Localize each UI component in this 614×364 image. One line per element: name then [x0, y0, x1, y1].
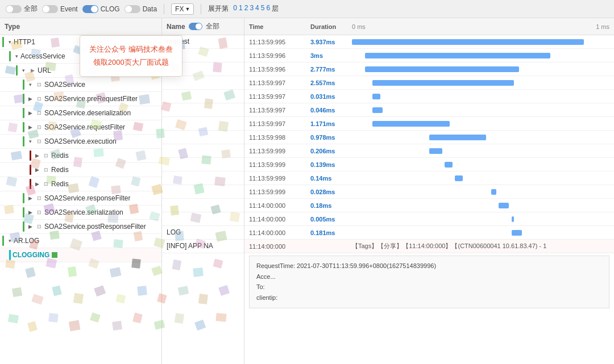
row-redis1[interactable]: ▶ ⊡ Redis: [0, 149, 161, 163]
timing-bar-soa2service: [352, 80, 609, 86]
expand-requestFilter[interactable]: ▶: [26, 123, 34, 131]
type-soa2service: SOA2Service: [44, 81, 85, 89]
row-postResponseFilter[interactable]: ▶ ⊡ SOA2Service.postResponseFilter: [0, 220, 161, 234]
duration-header: Duration: [310, 23, 347, 30]
popup-line2: 领取2000页大厂面试题: [89, 56, 173, 69]
name-toggle-label: 全部: [206, 22, 219, 31]
type-redis2: Redis: [51, 166, 69, 174]
expand-preRequestFilter[interactable]: ▶: [26, 95, 34, 103]
expand-soa2service[interactable]: ▾: [26, 81, 34, 89]
detail-line-2: Acce...: [256, 271, 602, 282]
bar-header: 0 ms 1 ms: [352, 23, 609, 30]
color-bar: [30, 179, 31, 189]
layer-link-5[interactable]: 5: [261, 4, 265, 14]
layer-link-6[interactable]: 6: [266, 4, 270, 14]
layer-suffix: 层: [272, 4, 279, 14]
timing-1ms: 1 ms: [596, 23, 609, 30]
type-responseFilter: SOA2Service.responseFilter: [44, 194, 130, 202]
row-deserialization[interactable]: ▶ ⊡ SOA2Service.deserialization: [0, 106, 161, 120]
type-clogging: CLOGGING: [13, 251, 49, 259]
layer-link-0[interactable]: 0: [233, 4, 237, 14]
expand-redis3[interactable]: ▶: [33, 180, 41, 188]
name-deserialization: [162, 103, 244, 117]
layer-link-3[interactable]: 3: [250, 4, 254, 14]
row-responseFilter[interactable]: ▶ ⊡ SOA2Service.responseFilter: [0, 191, 161, 206]
timing-row-http1: 11:13:59:995 3.937ms: [244, 35, 614, 49]
type-icon-redis1: ⊡: [42, 152, 50, 160]
timing-row-requestFilter: 11:13:59:997 1.171ms: [244, 117, 614, 131]
layer-links: 0 1 2 3 4 5 6 层: [233, 4, 279, 14]
expand-serialization[interactable]: ▶: [26, 208, 34, 216]
expand-execution[interactable]: ▾: [26, 137, 34, 145]
name-arlog: LOG: [162, 226, 244, 240]
layer-link-1[interactable]: 1: [239, 4, 243, 14]
type-redis3: Redis: [51, 180, 69, 188]
type-serialization: SOA2Service.serialization: [44, 208, 123, 216]
row-redis3[interactable]: ▶ ⊡ Redis: [0, 177, 161, 191]
expand-postResponseFilter[interactable]: ▶: [26, 223, 34, 231]
timing-row-redis3: 11:13:59:999 0.14ms: [244, 171, 614, 185]
type-redis1: Redis: [51, 152, 69, 160]
expand-responseFilter[interactable]: ▶: [26, 194, 34, 202]
timing-bar-execution: [352, 134, 609, 141]
row-arlog[interactable]: ▾ AR.LOG: [0, 234, 161, 248]
timing-bar-postResponseFilter: [352, 216, 609, 223]
expand-arlog[interactable]: ▾: [6, 237, 14, 245]
name-serialization: [162, 199, 244, 212]
color-bar: [23, 221, 24, 232]
name-requestFilter: [162, 117, 244, 131]
toggle-data-track[interactable]: [125, 5, 140, 13]
expand-http1[interactable]: ▾: [6, 38, 14, 46]
toggle-all[interactable]: 全部: [6, 4, 38, 14]
name-toggle-switch[interactable]: [189, 23, 202, 30]
type-icon-redis3: ⊡: [42, 180, 50, 188]
timing-row-redis1: 11:13:59:999 0.206ms: [244, 144, 614, 158]
type-icon-url: ▶: [28, 66, 36, 74]
layer-link-2[interactable]: 2: [244, 4, 248, 14]
timing-bar-accessservice: [352, 52, 609, 59]
toggle-event[interactable]: Event: [42, 5, 78, 13]
color-bar: [23, 193, 24, 203]
row-soa2service[interactable]: ▾ ⊡ SOA2Service: [0, 78, 161, 92]
row-serialization[interactable]: ▶ ⊡ SOA2Service.serialization: [0, 206, 161, 220]
layer-link-4[interactable]: 4: [255, 4, 259, 14]
timing-row-responseFilter: 11:13:59:999 0.028ms: [244, 185, 614, 199]
fx-dropdown-icon[interactable]: ▼: [185, 6, 190, 12]
row-requestFilter[interactable]: ▶ ⊡ SOA2Service.requestFilter: [0, 120, 161, 135]
color-bar: [23, 108, 24, 118]
name-redis3: [162, 171, 244, 185]
name-preRequestFilter: [162, 90, 244, 103]
toggle-event-track[interactable]: [42, 5, 58, 13]
color-bar: [2, 37, 4, 47]
expand-deserialization[interactable]: ▶: [26, 109, 34, 117]
row-execution[interactable]: ▾ ⊡ SOA2Service.execution: [0, 135, 161, 149]
name-postResponseFilter: [162, 212, 244, 226]
row-clogging[interactable]: CLOGGING: [0, 248, 161, 262]
timing-bar-preRequestFilter: [352, 93, 609, 100]
type-url: URL: [38, 66, 51, 74]
expand-url[interactable]: ▾: [19, 66, 27, 74]
row-redis2[interactable]: ▶ ⊡ Redis: [0, 163, 161, 177]
type-column: ▾ HTTP1 ▾ AccessService ▾: [0, 35, 161, 364]
toggle-data[interactable]: Data: [125, 5, 157, 13]
fx-label: FX: [175, 5, 184, 13]
timing-bar-requestFilter: [352, 120, 609, 127]
separator-2: [201, 4, 201, 14]
fx-button[interactable]: FX ▼: [171, 3, 194, 15]
row-preRequestFilter[interactable]: ▶ ⊡ SOA2Service.preRequestFilter: [0, 92, 161, 106]
color-bar: [9, 250, 11, 260]
type-icon-exec: ⊡: [35, 137, 43, 145]
toggle-clog-track[interactable]: [82, 5, 98, 13]
expand-accessservice[interactable]: ▾: [13, 52, 20, 60]
expand-redis2[interactable]: ▶: [33, 166, 41, 174]
toggle-clog[interactable]: CLOG: [82, 5, 120, 13]
timing-0ms: 0 ms: [352, 23, 366, 30]
toggle-event-label: Event: [60, 5, 78, 13]
name-execution: [162, 131, 244, 144]
expand-redis1[interactable]: ▶: [33, 152, 41, 160]
time-header: Time: [249, 23, 306, 30]
clogging-indicator: [52, 252, 57, 258]
type-icon-reqf: ⊡: [35, 123, 43, 131]
color-bar: [23, 80, 24, 90]
toggle-all-track[interactable]: [6, 5, 22, 13]
